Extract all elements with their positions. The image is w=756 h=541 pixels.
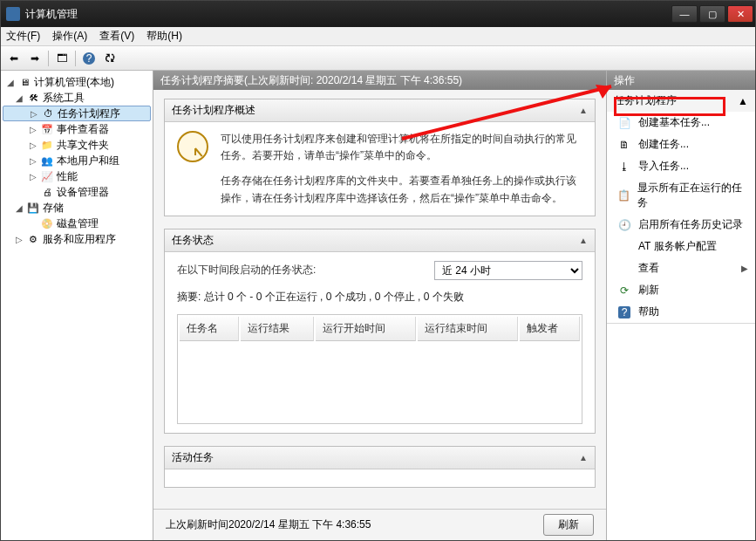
- action-create-basic-task[interactable]: 📄 创建基本任务...: [607, 112, 755, 134]
- col-start[interactable]: 运行开始时间: [316, 317, 416, 341]
- action-import-task[interactable]: ⭳ 导入任务...: [607, 155, 755, 177]
- tree-storage[interactable]: ◢ 💾 存储: [3, 200, 151, 216]
- action-at-config[interactable]: AT 服务帐户配置: [607, 236, 755, 257]
- menu-file[interactable]: 文件(F): [6, 29, 40, 44]
- storage-icon: 💾: [27, 202, 39, 214]
- action-view[interactable]: 查看 ▶: [607, 257, 755, 279]
- create-basic-icon: 📄: [617, 116, 631, 130]
- action-refresh[interactable]: ⟳ 刷新: [607, 279, 755, 301]
- collapse-icon[interactable]: ▲: [579, 106, 588, 115]
- expander-icon[interactable]: ◢: [15, 203, 24, 213]
- action-enable-history[interactable]: 🕘 启用所有任务历史记录: [607, 214, 755, 236]
- tb-forward[interactable]: ➡: [25, 49, 44, 68]
- panel-overview-body: 可以使用任务计划程序来创建和管理计算机将在所指定的时间自动执行的常见任务。若要开…: [165, 122, 595, 216]
- time-range-select[interactable]: 近 24 小时: [434, 261, 582, 280]
- action-show-running[interactable]: 📋 显示所有正在运行的任务: [607, 177, 755, 214]
- maximize-button[interactable]: ▢: [699, 5, 725, 23]
- action-title-text: 操作: [614, 73, 635, 88]
- clock-illustration-icon: [177, 131, 208, 162]
- tb-back[interactable]: ⬅: [4, 49, 24, 68]
- services-icon: ⚙: [27, 233, 39, 245]
- expander-icon[interactable]: ▷: [29, 140, 37, 150]
- col-result[interactable]: 运行结果: [241, 317, 314, 341]
- body: ◢ 🖥 计算机管理(本地) ◢ 🛠 系统工具 ▷ ⏱ 任务计划程序 ▷ 📅 事件…: [1, 71, 755, 540]
- titlebar: 计算机管理 — ▢ ✕: [1, 1, 755, 27]
- tb-properties[interactable]: 🗔: [52, 49, 72, 68]
- tree-label: 存储: [43, 201, 64, 216]
- overview-text-2: 任务存储在任务计划程序库的文件夹中。若要查看单独任务上的操作或执行该操作，请在任…: [221, 173, 582, 206]
- expander-icon[interactable]: ◢: [15, 93, 24, 103]
- action-help[interactable]: ? 帮助: [607, 301, 755, 323]
- view-icon: [617, 262, 631, 276]
- col-trigger[interactable]: 触发者: [520, 317, 580, 341]
- action-label: 查看: [638, 261, 659, 276]
- chevron-right-icon: ▶: [741, 264, 748, 273]
- tree-services[interactable]: ▷ ⚙ 服务和应用程序: [3, 231, 151, 247]
- table-row-empty: [180, 343, 580, 421]
- action-pane: 操作 任务计划程序 ▲ 📄 创建基本任务... 🗎 创建任务... ⭳ 导入任务…: [607, 71, 755, 540]
- task-table: 任务名 运行结果 运行开始时间 运行结束时间 触发者: [177, 314, 582, 424]
- history-icon: 🕘: [617, 218, 631, 232]
- tb-help[interactable]: ?: [79, 49, 99, 68]
- action-label: 启用所有任务历史记录: [638, 217, 743, 232]
- expander-icon[interactable]: ▷: [29, 156, 37, 166]
- panel-overview-header[interactable]: 任务计划程序概述 ▲: [165, 99, 595, 122]
- collapse-icon[interactable]: ▲: [738, 95, 748, 107]
- tree-label: 服务和应用程序: [43, 232, 116, 247]
- at-icon: [617, 240, 631, 254]
- tree-system-tools[interactable]: ◢ 🛠 系统工具: [3, 90, 151, 106]
- tree-performance[interactable]: ▷ 📈 性能: [3, 168, 151, 184]
- tree-task-scheduler[interactable]: ▷ ⏱ 任务计划程序: [3, 106, 151, 121]
- tree-label: 系统工具: [43, 91, 85, 106]
- expander-icon[interactable]: ▷: [29, 125, 37, 134]
- center-scroll[interactable]: 任务计划程序概述 ▲ 可以使用任务计划程序来创建和管理计算机将在所指定的时间自动…: [153, 90, 606, 509]
- action-group: 任务计划程序 ▲ 📄 创建基本任务... 🗎 创建任务... ⭳ 导入任务...…: [607, 90, 755, 324]
- collapse-icon[interactable]: ▲: [579, 453, 588, 462]
- tree-pane[interactable]: ◢ 🖥 计算机管理(本地) ◢ 🛠 系统工具 ▷ ⏱ 任务计划程序 ▷ 📅 事件…: [1, 71, 153, 540]
- tree-label: 事件查看器: [57, 122, 109, 137]
- menu-help[interactable]: 帮助(H): [146, 29, 182, 44]
- app-icon: [6, 7, 20, 21]
- menu-view[interactable]: 查看(V): [99, 29, 134, 44]
- center-pane: 任务计划程序摘要(上次刷新时间: 2020/2/14 星期五 下午 4:36:5…: [153, 71, 607, 540]
- center-header: 任务计划程序摘要(上次刷新时间: 2020/2/14 星期五 下午 4:36:5…: [153, 71, 606, 90]
- overview-text-1: 可以使用任务计划程序来创建和管理计算机将在所指定的时间自动执行的常见任务。若要开…: [221, 131, 582, 164]
- col-end[interactable]: 运行结束时间: [418, 317, 518, 341]
- action-pane-title: 操作: [607, 71, 755, 90]
- panel-active: 活动任务 ▲: [164, 446, 596, 488]
- panel-status-header[interactable]: 任务状态 ▲: [165, 229, 595, 252]
- tree-event-viewer[interactable]: ▷ 📅 事件查看器: [3, 121, 151, 137]
- disk-icon: 📀: [41, 217, 53, 229]
- panel-status-body: 在以下时间段启动的任务状态: 近 24 小时 摘要: 总计 0 个 - 0 个正…: [165, 252, 595, 433]
- tb-refresh[interactable]: 🗘: [100, 49, 119, 68]
- create-icon: 🗎: [617, 138, 631, 152]
- action-label: 刷新: [638, 283, 659, 298]
- action-label: 帮助: [638, 305, 659, 319]
- tree-root[interactable]: ◢ 🖥 计算机管理(本地): [3, 74, 151, 90]
- expander-icon[interactable]: ◢: [6, 78, 15, 87]
- tree-device-mgr[interactable]: ▷ 🖨 设备管理器: [3, 184, 151, 200]
- tree-disk-mgmt[interactable]: ▷ 📀 磁盘管理: [3, 216, 151, 231]
- perf-icon: 📈: [41, 170, 53, 182]
- window-title: 计算机管理: [25, 7, 671, 22]
- event-icon: 📅: [41, 123, 53, 135]
- device-icon: 🖨: [41, 186, 53, 198]
- panel-active-header[interactable]: 活动任务 ▲: [165, 447, 595, 469]
- collapse-icon[interactable]: ▲: [579, 236, 588, 245]
- refresh-icon: ⟳: [617, 284, 631, 298]
- expander-icon[interactable]: ▷: [15, 235, 24, 244]
- action-create-task[interactable]: 🗎 创建任务...: [607, 134, 755, 155]
- tree-shared-folders[interactable]: ▷ 📁 共享文件夹: [3, 137, 151, 153]
- menu-action[interactable]: 操作(A): [52, 29, 87, 44]
- tree-local-users[interactable]: ▷ 👥 本地用户和组: [3, 153, 151, 168]
- close-button[interactable]: ✕: [727, 5, 753, 23]
- toolbar: ⬅ ➡ 🗔 ? 🗘: [1, 46, 755, 71]
- col-name[interactable]: 任务名: [180, 317, 239, 341]
- minimize-button[interactable]: —: [671, 5, 698, 23]
- tb-sep: [48, 51, 49, 66]
- expander-icon[interactable]: ▷: [30, 109, 38, 119]
- expander-icon[interactable]: ▷: [29, 172, 37, 181]
- tools-icon: 🛠: [27, 92, 39, 104]
- refresh-button[interactable]: 刷新: [543, 514, 594, 536]
- clock-icon: ⏱: [42, 107, 54, 120]
